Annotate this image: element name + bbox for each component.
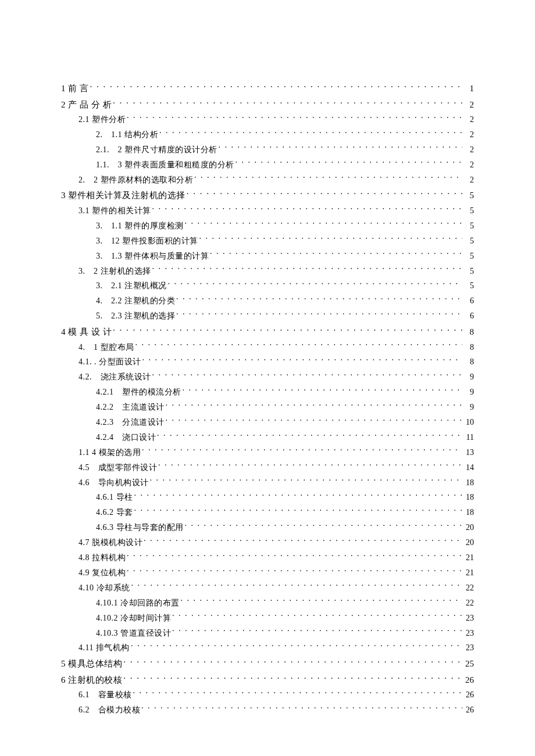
toc-entry: 4.10.2 冷却时间计算23	[61, 612, 474, 625]
toc-entry: 4.2.4 浇口设计11	[61, 431, 474, 444]
toc-entry: 4.2. 浇注系统设计9	[61, 371, 474, 384]
toc-dot-leader	[219, 144, 463, 152]
toc-entry: 4.10.1 冷却回路的布置22	[61, 597, 474, 610]
toc-entry-page: 1	[463, 81, 474, 95]
toc-entry-label: 2 产 品 分 析	[61, 98, 112, 112]
toc-entry-label: 2. 2 塑件原材料的选取和分析	[79, 174, 193, 187]
toc-dot-leader	[152, 266, 463, 274]
toc-entry-page: 25	[463, 657, 474, 671]
toc-dot-leader	[131, 582, 463, 590]
toc-entry: 4 模 具 设 计8	[61, 325, 474, 339]
toc-dot-leader	[176, 310, 462, 318]
toc-entry-label: 1.1 4 模架的选用	[79, 446, 141, 459]
toc-entry: 2 产 品 分 析2	[61, 98, 474, 112]
toc-entry-page: 20	[463, 536, 474, 549]
toc-dot-leader	[236, 159, 463, 167]
toc-entry-page: 11	[463, 431, 474, 444]
toc-entry: 4.2.1 塑件的模流分析9	[61, 386, 474, 399]
toc-entry: 4.8 拉料机构21	[61, 551, 474, 564]
toc-entry-page: 23	[463, 627, 474, 640]
toc-entry-page: 5	[463, 205, 474, 217]
toc-entry: 4.2.3 分流道设计10	[61, 416, 474, 429]
toc-entry: 3. 2.1 注塑机概况5	[61, 280, 474, 292]
toc-dot-leader	[181, 597, 463, 605]
toc-entry: 4.9 复位机构21	[61, 567, 474, 579]
toc-entry: 1.1. 3 塑件表面质量和粗糙度的分析2	[61, 159, 474, 171]
toc-dot-leader	[166, 417, 463, 425]
toc-entry: 4.11 排气机构23	[61, 642, 474, 654]
toc-dot-leader	[166, 402, 463, 410]
toc-dot-leader	[113, 99, 462, 108]
toc-entry-label: 4.10.3 管道直径设计	[96, 627, 171, 640]
toc-entry-label: 4.6 导向机构设计	[79, 476, 149, 489]
toc-entry: 4.6.1 导柱18	[61, 491, 474, 504]
toc-entry-page: 5	[463, 220, 474, 232]
toc-dot-leader	[134, 507, 463, 515]
toc-entry: 3. 2 注射机的选择5	[61, 265, 474, 278]
toc-entry: 4.10 冷却系统22	[61, 582, 474, 594]
toc-entry: 4.1. . 分型面设计8	[61, 356, 474, 368]
toc-entry-page: 22	[463, 582, 474, 594]
toc-dot-leader	[150, 477, 463, 485]
toc-entry-label: 5 模具总体结构	[61, 657, 122, 671]
toc-entry-page: 22	[463, 597, 474, 610]
toc-dot-leader	[142, 447, 462, 455]
toc-entry-label: 4.6.3 导柱与导套的配用	[96, 521, 184, 534]
toc-dot-leader	[113, 326, 462, 335]
toc-entry-page: 14	[463, 461, 474, 474]
toc-dot-leader	[131, 642, 462, 650]
toc-entry-page: 21	[463, 551, 474, 564]
toc-entry-label: 3. 2.1 注塑机概况	[96, 280, 167, 292]
toc-entry-label: 2.1. 2 塑件尺寸精度的设计分析	[96, 144, 217, 156]
toc-entry-page: 18	[463, 476, 474, 489]
toc-entry-page: 5	[463, 280, 474, 292]
toc-dot-leader	[127, 567, 462, 575]
toc-entry-label: 4.10 冷却系统	[79, 582, 130, 594]
toc-entry-page: 9	[463, 386, 474, 399]
toc-dot-leader	[133, 689, 463, 697]
toc-entry-label: 4.10.1 冷却回路的布置	[96, 597, 180, 610]
toc-entry-page: 9	[463, 401, 474, 414]
toc-entry: 4.5 成型零部件设计14	[61, 461, 474, 474]
toc-entry-page: 2	[463, 159, 474, 171]
toc-dot-leader	[159, 129, 462, 137]
toc-dot-leader	[134, 492, 463, 500]
toc-entry-page: 10	[463, 416, 474, 429]
toc-dot-leader	[141, 704, 462, 712]
toc-entry: 4.7 脱模机构设计20	[61, 536, 474, 549]
toc-entry-label: 3. 2 注射机的选择	[79, 265, 151, 278]
toc-dot-leader	[210, 250, 462, 259]
toc-entry: 2. 2 塑件原材料的选取和分析2	[61, 174, 474, 187]
toc-entry-page: 2	[463, 144, 474, 156]
toc-entry: 2.1 塑件分析2	[61, 113, 474, 126]
toc-entry: 3. 12 塑件投影面积的计算5	[61, 235, 474, 248]
toc-entry: 2.1. 2 塑件尺寸精度的设计分析2	[61, 144, 474, 156]
toc-entry-label: 2.1 塑件分析	[79, 113, 126, 126]
toc-entry-label: 1.1. 3 塑件表面质量和粗糙度的分析	[96, 159, 234, 171]
toc-dot-leader	[158, 462, 462, 470]
toc-dot-leader	[172, 628, 462, 636]
toc-dot-leader	[90, 83, 463, 91]
toc-entry-label: 4. 2.2 注塑机的分类	[96, 295, 175, 307]
toc-dot-leader	[142, 356, 463, 364]
toc-dot-leader	[152, 205, 463, 213]
toc-entry-page: 5	[463, 265, 474, 278]
toc-dot-leader	[199, 235, 463, 243]
toc-entry-page: 21	[463, 567, 474, 579]
toc-entry: 6 注射机的校核26	[61, 673, 474, 687]
toc-entry-label: 5. 2.3 注塑机的选择	[96, 310, 175, 323]
toc-entry-page: 8	[463, 341, 474, 354]
toc-dot-leader	[172, 612, 462, 621]
toc-entry: 3.1 塑件的相关计算5	[61, 205, 474, 217]
toc-entry-label: 4.2.3 分流道设计	[96, 416, 165, 429]
toc-entry: 4.10.3 管道直径设计23	[61, 627, 474, 640]
toc-entry-page: 23	[463, 612, 474, 625]
toc-dot-leader	[187, 189, 462, 198]
toc-entry: 4.6.3 导柱与导套的配用20	[61, 521, 474, 534]
toc-entry-label: 4. 1 型腔布局	[79, 341, 134, 354]
toc-entry-label: 4.2.4 浇口设计	[96, 431, 156, 444]
toc-entry-page: 13	[463, 446, 474, 459]
toc-entry-label: 3 塑件相关计算及注射机的选择	[61, 188, 186, 202]
toc-dot-leader	[127, 552, 462, 560]
toc-entry-page: 2	[463, 174, 474, 187]
